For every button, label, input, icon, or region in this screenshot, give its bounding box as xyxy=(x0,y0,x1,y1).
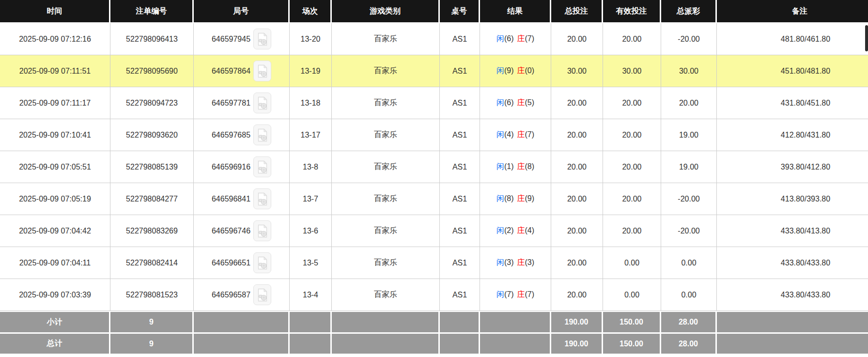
grandtotal-empty-cell xyxy=(480,332,551,354)
column-header-game-type: 游戏类别 xyxy=(332,0,440,23)
result-cell: 闲(4)庄(7) xyxy=(480,119,551,151)
banker-score: (9) xyxy=(525,194,535,202)
table-row[interactable]: 2025-09-09 07:12:16 522798096413 6465979… xyxy=(0,23,868,55)
result-cell: 闲(3)庄(3) xyxy=(480,247,551,279)
payout-cell: 19.00 xyxy=(661,151,717,183)
table-number-cell: AS1 xyxy=(440,151,480,183)
player-label: 闲 xyxy=(496,34,504,43)
banker-score: (3) xyxy=(525,258,535,266)
player-label: 闲 xyxy=(496,194,504,202)
round-number: 646596916 xyxy=(212,163,250,171)
remark-cell: 481.80/461.80 xyxy=(717,23,868,55)
player-label: 闲 xyxy=(496,226,504,234)
banker-score: (0) xyxy=(525,66,535,75)
player-label: 闲 xyxy=(496,98,504,107)
payout-cell: -20.00 xyxy=(661,183,717,215)
round-number: 646597685 xyxy=(212,131,250,139)
result-cell: 闲(7)庄(7) xyxy=(480,279,551,311)
banker-score: (7) xyxy=(525,34,535,43)
remark-cell: 412.80/431.80 xyxy=(717,119,868,151)
column-header-table-number: 桌号 xyxy=(440,0,480,23)
banker-label: 庄 xyxy=(517,290,525,298)
valid-bet-cell: 20.00 xyxy=(603,151,661,183)
payout-cell: 19.00 xyxy=(661,119,717,151)
bet-number-cell: 522798083269 xyxy=(110,215,194,247)
video-replay-icon[interactable] xyxy=(253,284,271,305)
player-score: (3) xyxy=(504,258,514,266)
bet-number-cell: 522798094723 xyxy=(110,87,194,119)
total-bet-cell: 20.00 xyxy=(551,215,603,247)
player-score: (6) xyxy=(504,34,514,43)
table-number-cell: AS1 xyxy=(440,183,480,215)
session-cell: 13-17 xyxy=(290,119,332,151)
video-replay-icon[interactable] xyxy=(253,29,271,49)
table-row[interactable]: 2025-09-09 07:04:11 522798082414 6465966… xyxy=(0,247,868,279)
round-number: 646596651 xyxy=(212,259,250,267)
round-number-cell: 646597781 xyxy=(194,87,290,119)
banker-label: 庄 xyxy=(517,34,525,43)
table-number-cell: AS1 xyxy=(440,23,480,55)
time-cell: 2025-09-09 07:11:51 xyxy=(0,55,110,87)
session-cell: 13-20 xyxy=(290,23,332,55)
grandtotal-payout: 28.00 xyxy=(661,332,717,354)
payout-cell: 30.00 xyxy=(661,55,717,87)
round-number-cell: 646596916 xyxy=(194,151,290,183)
table-row-highlighted[interactable]: 2025-09-09 07:11:51 522798095690 6465978… xyxy=(0,55,868,87)
grandtotal-label: 总计 xyxy=(0,332,110,354)
grandtotal-total-bet: 190.00 xyxy=(551,332,603,354)
table-row[interactable]: 2025-09-09 07:05:19 522798084277 6465968… xyxy=(0,183,868,215)
table-summary: 小计 9 190.00 150.00 28.00 总计 9 190.00 150… xyxy=(0,311,868,354)
total-bet-cell: 20.00 xyxy=(551,279,603,311)
table-number-cell: AS1 xyxy=(440,215,480,247)
remark-cell: 433.80/433.80 xyxy=(717,247,868,279)
table-row[interactable]: 2025-09-09 07:03:39 522798081523 6465965… xyxy=(0,279,868,311)
total-bet-cell: 20.00 xyxy=(551,183,603,215)
column-header-total-payout: 总派彩 xyxy=(661,0,717,23)
table-number-cell: AS1 xyxy=(440,55,480,87)
video-replay-icon[interactable] xyxy=(253,252,271,273)
scrollbar-thumb[interactable] xyxy=(865,25,868,51)
header-row: 时间 注单编号 局号 场次 游戏类别 桌号 结果 总投注 有效投注 总派彩 备注 xyxy=(0,0,868,23)
table-number-cell: AS1 xyxy=(440,247,480,279)
player-label: 闲 xyxy=(496,162,504,171)
subtotal-empty-cell xyxy=(440,311,480,332)
banker-score: (7) xyxy=(525,130,535,139)
table-row[interactable]: 2025-09-09 07:11:17 522798094723 6465977… xyxy=(0,87,868,119)
player-label: 闲 xyxy=(496,290,504,298)
total-bet-cell: 20.00 xyxy=(551,119,603,151)
banker-label: 庄 xyxy=(517,162,525,171)
banker-score: (5) xyxy=(525,98,535,107)
round-number: 646596746 xyxy=(212,227,250,235)
subtotal-label: 小计 xyxy=(0,311,110,332)
grandtotal-empty-cell xyxy=(194,332,290,354)
result-cell: 闲(6)庄(5) xyxy=(480,87,551,119)
remark-cell: 413.80/393.80 xyxy=(717,183,868,215)
column-header-time: 时间 xyxy=(0,0,110,23)
video-replay-icon[interactable] xyxy=(253,156,271,177)
banker-label: 庄 xyxy=(517,130,525,139)
table-number-cell: AS1 xyxy=(440,119,480,151)
game-type-cell: 百家乐 xyxy=(332,215,440,247)
remark-cell: 433.80/413.80 xyxy=(717,215,868,247)
time-cell: 2025-09-09 07:05:51 xyxy=(0,151,110,183)
video-replay-icon[interactable] xyxy=(253,93,271,113)
video-replay-icon[interactable] xyxy=(253,220,271,241)
remark-cell: 433.80/433.80 xyxy=(717,279,868,311)
table-row[interactable]: 2025-09-09 07:05:51 522798085139 6465969… xyxy=(0,151,868,183)
result-cell: 闲(1)庄(8) xyxy=(480,151,551,183)
video-replay-icon[interactable] xyxy=(253,188,271,209)
round-number-cell: 646596651 xyxy=(194,247,290,279)
banker-label: 庄 xyxy=(517,194,525,202)
table-row[interactable]: 2025-09-09 07:10:41 522798093620 6465976… xyxy=(0,119,868,151)
total-bet-cell: 20.00 xyxy=(551,87,603,119)
player-label: 闲 xyxy=(496,130,504,139)
time-cell: 2025-09-09 07:04:11 xyxy=(0,247,110,279)
bet-number-cell: 522798084277 xyxy=(110,183,194,215)
video-replay-icon[interactable] xyxy=(253,124,271,145)
video-replay-icon[interactable] xyxy=(253,61,271,81)
valid-bet-cell: 30.00 xyxy=(603,55,661,87)
player-score: (9) xyxy=(504,66,514,75)
time-cell: 2025-09-09 07:05:19 xyxy=(0,183,110,215)
result-cell: 闲(9)庄(0) xyxy=(480,55,551,87)
table-row[interactable]: 2025-09-09 07:04:42 522798083269 6465967… xyxy=(0,215,868,247)
